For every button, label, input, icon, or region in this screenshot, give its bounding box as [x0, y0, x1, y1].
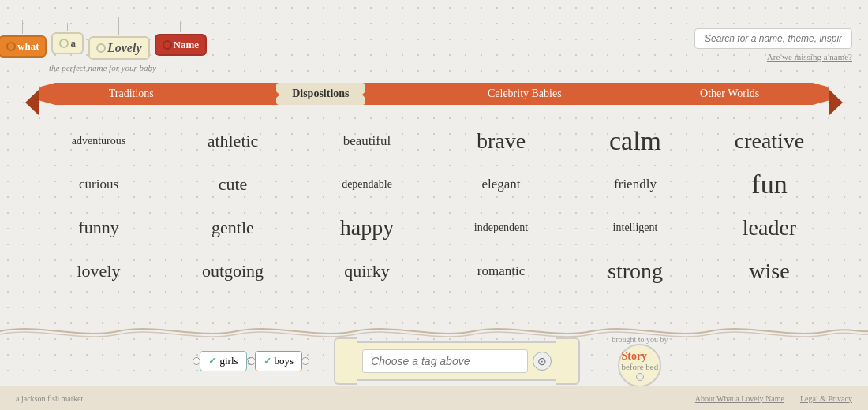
scroll-right [556, 337, 580, 385]
legal-link[interactable]: Legal & Privacy [800, 394, 852, 403]
missing-name-link[interactable]: Are we missing a name? [767, 52, 852, 62]
nav-item-dispositions[interactable]: Dispositions [276, 83, 365, 105]
nav-items: Traditions Dispositions Celebrity Babies… [39, 83, 829, 105]
girls-check-icon: ✓ [208, 356, 216, 367]
logo-area: what a Lovely Name the [8, 17, 197, 73]
header-right: Are we missing a name? [694, 28, 852, 62]
tag-funny[interactable]: funny [78, 219, 118, 237]
tag-wise[interactable]: wise [749, 260, 789, 282]
logo-tag-name: Name [155, 34, 208, 56]
brought-by-text: brought to you by [612, 335, 668, 344]
tag-adventurous[interactable]: adventurous [72, 136, 125, 147]
logo-tag-what: what [0, 35, 47, 58]
logo-tag-lovely: Lovely [88, 36, 150, 60]
tag-quirky[interactable]: quirky [344, 263, 389, 280]
tag-search-input[interactable] [362, 349, 528, 373]
tag-cute[interactable]: cute [219, 176, 248, 193]
logo-tags: what a Lovely Name [0, 17, 207, 60]
tag-calm[interactable]: calm [609, 128, 661, 155]
boys-check-icon: ✓ [264, 356, 271, 367]
girls-label: girls [219, 355, 238, 367]
tag-leader[interactable]: leader [743, 217, 796, 239]
nav-item-otherworlds[interactable]: Other Worlds [684, 83, 775, 105]
tag-fun[interactable]: fun [751, 171, 787, 198]
story-badge: brought to you by Story before bed [612, 335, 668, 387]
tag-athletic[interactable]: athletic [208, 132, 259, 150]
tag-beautiful[interactable]: beautiful [343, 134, 391, 147]
scroll-left [334, 337, 357, 385]
footer: a jackson fish market About What a Lovel… [0, 386, 868, 410]
nav-item-traditions[interactable]: Traditions [93, 83, 170, 105]
story-logo[interactable]: Story before bed [618, 344, 661, 387]
tag-dependable[interactable]: dependable [342, 179, 392, 190]
bottom-area: ✓ girls ✓ boys ⊙ brought to you by Story [0, 323, 868, 410]
tag-lovely[interactable]: lovely [77, 263, 121, 280]
tag-curious[interactable]: curious [79, 177, 118, 191]
bottom-controls: ✓ girls ✓ boys ⊙ brought to you by Story [0, 335, 868, 387]
filter-girls[interactable]: ✓ girls [200, 351, 246, 371]
tag-outgoing[interactable]: outgoing [202, 263, 264, 280]
tag-strong[interactable]: strong [608, 260, 663, 282]
company-name: a jackson fish market [16, 394, 83, 403]
logo-subtitle: the perfect name for your baby [49, 63, 156, 73]
tags-grid: adventurous athletic beautiful brave cal… [0, 111, 868, 293]
tag-intelligent[interactable]: intelligent [613, 222, 658, 233]
nav-item-celebrity[interactable]: Celebrity Babies [472, 83, 578, 105]
about-link[interactable]: About What a Lovely Name [695, 394, 784, 403]
boys-label: boys [275, 355, 294, 367]
story-text: Story before bed [621, 350, 658, 371]
story-logo-circle [636, 373, 644, 381]
tag-creative[interactable]: creative [735, 130, 805, 152]
tag-elegant[interactable]: elegant [481, 177, 520, 191]
tag-gentle[interactable]: gentle [211, 219, 254, 237]
search-input[interactable] [694, 28, 852, 49]
search-scroll-inner: ⊙ [357, 341, 556, 381]
filter-boys[interactable]: ✓ boys [255, 351, 303, 371]
ribbon-fold-right [829, 89, 843, 116]
tag-romantic[interactable]: romantic [477, 264, 525, 278]
logo-tag-a: a [51, 32, 84, 54]
nav-ribbon: Traditions Dispositions Celebrity Babies… [39, 83, 829, 105]
ribbon-fold-left [25, 89, 39, 116]
tag-independent[interactable]: independent [474, 222, 528, 233]
tag-brave[interactable]: brave [477, 130, 526, 152]
header: what a Lovely Name the [0, 0, 868, 83]
tag-friendly[interactable]: friendly [614, 177, 657, 191]
search-submit-icon[interactable]: ⊙ [533, 352, 552, 371]
search-scroll-container: ⊙ [334, 337, 580, 385]
tag-happy[interactable]: happy [340, 217, 394, 239]
filter-tags: ✓ girls ✓ boys [200, 351, 302, 371]
